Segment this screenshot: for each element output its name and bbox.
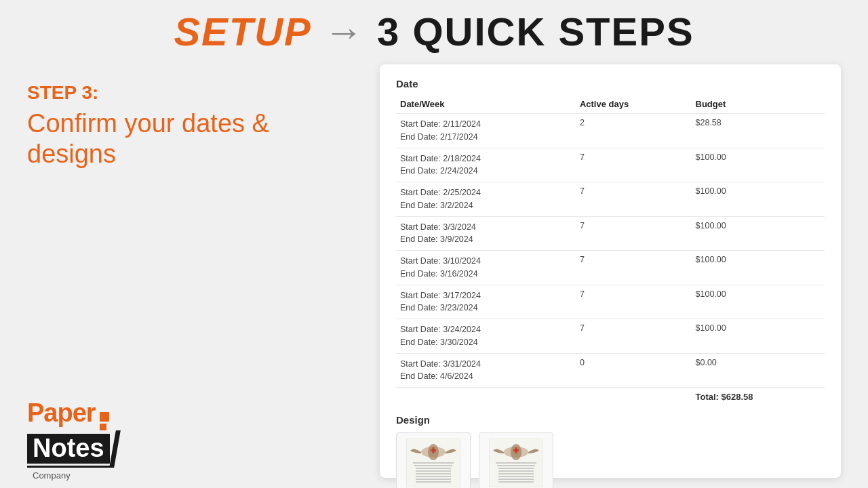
active-days-cell: 0 — [576, 353, 692, 388]
logo-paper: Paper — [27, 400, 96, 426]
logo-notes: Notes — [27, 434, 110, 464]
date-cell: Start Date: 2/18/2024End Date: 2/24/2024 — [396, 148, 576, 182]
main-card: Date Date/Week Active days Budget Start … — [380, 64, 841, 478]
budget-cell: $0.00 — [692, 353, 825, 388]
logo-slash — [109, 430, 121, 468]
date-cell: Start Date: 3/3/2024End Date: 3/9/2024 — [396, 216, 576, 251]
table-row: Start Date: 3/3/2024End Date: 3/9/2024 7… — [396, 216, 825, 251]
active-days-cell: 7 — [576, 251, 692, 285]
step-number: STEP 3: — [27, 81, 285, 104]
table-row: Start Date: 2/11/2024End Date: 2/17/2024… — [396, 114, 825, 148]
left-panel: STEP 3: Confirm your dates & designs — [27, 81, 285, 170]
active-days-cell: 7 — [576, 182, 692, 217]
active-days-cell: 7 — [576, 319, 692, 354]
svg-rect-17 — [515, 447, 517, 453]
table-row: Start Date: 2/25/2024End Date: 3/2/2024 … — [396, 182, 825, 217]
table-row: Start Date: 3/10/2024End Date: 3/16/2024… — [396, 251, 825, 285]
design-section: Design — [396, 414, 825, 488]
page-header: SETUP → 3 QUICK STEPS — [0, 0, 868, 58]
total-spacer — [396, 388, 576, 407]
col-header-date: Date/Week — [396, 96, 576, 114]
table-row: Start Date: 3/31/2024End Date: 4/6/2024 … — [396, 353, 825, 388]
active-days-cell: 7 — [576, 216, 692, 251]
design-thumbnails — [396, 432, 825, 488]
date-cell: Start Date: 3/17/2024End Date: 3/23/2024 — [396, 285, 576, 319]
svg-rect-4 — [433, 447, 435, 453]
header-steps-label: 3 QUICK STEPS — [377, 9, 694, 54]
date-cell: Start Date: 3/10/2024End Date: 3/16/2024 — [396, 251, 576, 285]
col-header-active: Active days — [576, 96, 692, 114]
header-setup-label: SETUP — [174, 9, 311, 54]
active-days-cell: 7 — [576, 148, 692, 182]
table-row: Start Date: 2/18/2024End Date: 2/24/2024… — [396, 148, 825, 182]
date-section: Date Date/Week Active days Budget Start … — [396, 78, 825, 406]
date-table: Date/Week Active days Budget Start Date:… — [396, 96, 825, 406]
budget-cell: $100.00 — [692, 285, 825, 319]
total-cell: Total: $628.58 — [692, 388, 825, 407]
header-arrow: → — [324, 9, 365, 54]
logo-accent-dot — [100, 412, 109, 422]
table-row: Start Date: 3/24/2024End Date: 3/30/2024… — [396, 319, 825, 354]
date-section-title: Date — [396, 78, 825, 89]
date-cell: Start Date: 3/31/2024End Date: 4/6/2024 — [396, 353, 576, 388]
col-header-budget: Budget — [692, 96, 825, 114]
budget-cell: $100.00 — [692, 148, 825, 182]
design-thumb-1 — [396, 432, 471, 488]
date-cell: Start Date: 2/11/2024End Date: 2/17/2024 — [396, 114, 576, 148]
logo: Paper Notes Company — [27, 400, 117, 481]
table-row: Start Date: 3/17/2024End Date: 3/23/2024… — [396, 285, 825, 319]
budget-cell: $100.00 — [692, 182, 825, 217]
logo-accent-dot2 — [100, 424, 106, 430]
budget-cell: $100.00 — [692, 319, 825, 354]
date-cell: Start Date: 2/25/2024End Date: 3/2/2024 — [396, 182, 576, 217]
design-image-2 — [489, 439, 543, 487]
design-thumb-2 — [479, 432, 553, 488]
budget-cell: $28.58 — [692, 114, 825, 148]
step-desc-line2: designs — [27, 140, 116, 168]
logo-underline — [27, 466, 110, 468]
design-section-title: Design — [396, 414, 825, 426]
step-description: Confirm your dates & designs — [27, 108, 285, 170]
design-image-1 — [406, 439, 460, 487]
logo-company: Company — [33, 470, 71, 481]
total-row: Total: $628.58 — [396, 388, 825, 407]
date-cell: Start Date: 3/24/2024End Date: 3/30/2024 — [396, 319, 576, 354]
active-days-cell: 2 — [576, 114, 692, 148]
budget-cell: $100.00 — [692, 216, 825, 251]
step-desc-line1: Confirm your dates & — [27, 109, 269, 138]
active-days-cell: 7 — [576, 285, 692, 319]
budget-cell: $100.00 — [692, 251, 825, 285]
total-spacer2 — [576, 388, 692, 407]
